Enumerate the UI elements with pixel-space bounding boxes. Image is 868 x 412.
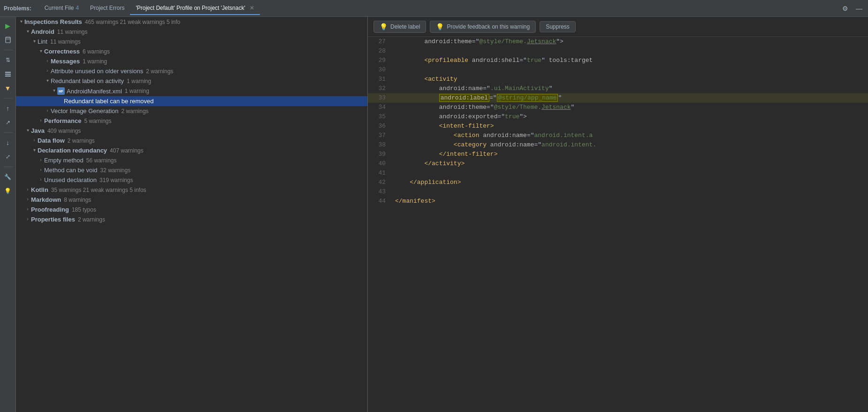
list-item[interactable]: Markdown 8 warnings xyxy=(16,195,367,205)
up-button[interactable]: ↑ xyxy=(2,102,14,114)
action-bar: 💡 Delete label 💡 Provide feedback on thi… xyxy=(368,17,868,37)
expand-arrow[interactable] xyxy=(51,88,57,94)
line-number: 34 xyxy=(368,103,391,112)
line-content xyxy=(391,168,868,178)
line-content: </manifest> xyxy=(391,197,868,206)
item-count: 56 warnings xyxy=(86,157,117,164)
line-content xyxy=(391,187,868,197)
list-item[interactable]: Declaration redundancy 407 warnings xyxy=(16,145,367,155)
expand-arrow[interactable] xyxy=(24,187,31,193)
expand-arrow[interactable] xyxy=(44,108,51,114)
expand-arrow[interactable] xyxy=(24,206,31,213)
expand-arrow[interactable] xyxy=(24,29,31,35)
list-item[interactable]: Properties files 2 warnings xyxy=(16,214,367,224)
tab-project-default-label: 'Project Default' Profile on Project 'Je… xyxy=(136,5,245,11)
suppress-button[interactable]: Suppress xyxy=(540,21,576,32)
list-item[interactable]: Empty method 56 warnings xyxy=(16,155,367,165)
item-count: 8 warnings xyxy=(64,197,91,203)
code-line-36: 36 <intent-filter> xyxy=(368,122,868,131)
expand-arrow[interactable] xyxy=(44,58,51,65)
line-number: 43 xyxy=(368,187,391,197)
item-label: Redundant label on activity xyxy=(51,77,124,84)
expand-arrow[interactable] xyxy=(24,128,31,134)
code-line-43: 43 xyxy=(368,187,868,197)
delete-label-button[interactable]: 💡 Delete label xyxy=(373,21,426,33)
expand-button[interactable]: ⤢ xyxy=(2,151,14,163)
list-item[interactable]: Messages 1 warning xyxy=(16,56,367,66)
down-button[interactable]: ↓ xyxy=(2,137,14,149)
export-button[interactable]: ↗ xyxy=(2,116,14,129)
list-item[interactable]: Redundant label on activity 1 warning xyxy=(16,76,367,86)
item-count: 2 warnings xyxy=(68,137,95,144)
expand-arrow[interactable] xyxy=(38,118,44,124)
list-item[interactable]: Performance 5 warnings xyxy=(16,116,367,126)
item-label: Java xyxy=(31,127,45,134)
list-item[interactable]: Data flow 2 warnings xyxy=(16,136,367,145)
item-count: 465 warnings 21 weak warnings 5 info xyxy=(85,19,180,25)
expand-arrow[interactable] xyxy=(31,137,38,144)
line-number: 32 xyxy=(368,84,391,93)
item-count: 6 warnings xyxy=(83,48,110,55)
problems-label: Problems: xyxy=(4,5,31,12)
code-line-34: 34 android:theme="@style/Theme.Jetsnack" xyxy=(368,103,868,112)
bulb-button[interactable]: 💡 xyxy=(2,185,14,197)
list-item[interactable]: Inspections Results 465 warnings 21 weak… xyxy=(16,17,367,27)
list-item[interactable]: Correctness 6 warnings xyxy=(16,46,367,56)
expand-arrow[interactable] xyxy=(38,48,44,55)
file-icon: MF xyxy=(57,87,65,95)
item-label: Kotlin xyxy=(31,186,48,193)
expand-arrow[interactable] xyxy=(38,177,44,183)
list-item[interactable]: Unused declaration 319 warnings xyxy=(16,175,367,185)
list-item[interactable]: Vector Image Generation 2 warnings xyxy=(16,106,367,116)
line-number: 29 xyxy=(368,56,391,65)
minimize-icon[interactable]: — xyxy=(854,4,864,13)
code-view[interactable]: 27 android:theme="@style/Theme.Jetsnack"… xyxy=(368,37,868,412)
expand-arrow[interactable] xyxy=(31,147,38,154)
list-item[interactable]: MF AndroidManifest.xml 1 warning xyxy=(16,86,367,96)
item-label: Redundant label can be removed xyxy=(64,98,154,105)
bulb-icon: 💡 xyxy=(380,23,388,31)
expand-arrow[interactable] xyxy=(38,167,44,174)
tab-current-file-label: Current File xyxy=(45,5,74,11)
tab-current-file[interactable]: Current File4 xyxy=(39,2,84,15)
code-line-29: 29 <profileable android:shell="true" too… xyxy=(368,56,868,65)
list-item[interactable]: Kotlin 35 warnings 21 weak warnings 5 in… xyxy=(16,185,367,195)
svg-rect-3 xyxy=(5,74,11,75)
settings-icon[interactable]: ⚙ xyxy=(840,4,850,13)
list-item[interactable]: Lint 11 warnings xyxy=(16,37,367,46)
bookmark-button[interactable] xyxy=(2,34,14,46)
list-item[interactable]: Java 409 warnings xyxy=(16,126,367,136)
expand-arrow[interactable] xyxy=(38,157,44,164)
feedback-button[interactable]: 💡 Provide feedback on this warning xyxy=(430,21,536,33)
tab-close-icon[interactable]: ✕ xyxy=(250,5,254,11)
code-line-42: 42 </application> xyxy=(368,178,868,187)
line-content: <action android:name="android.intent.a xyxy=(391,131,868,140)
item-label: Proofreading xyxy=(31,206,69,213)
sort-alpha-button[interactable]: ⇅ xyxy=(2,54,14,66)
group-button[interactable] xyxy=(2,68,14,80)
tab-project-errors[interactable]: Project Errors xyxy=(84,2,130,15)
expand-arrow[interactable] xyxy=(18,19,24,25)
list-item[interactable]: Method can be void 32 warnings xyxy=(16,165,367,175)
wrench-button[interactable]: 🔧 xyxy=(2,171,14,183)
tab-project-default[interactable]: 'Project Default' Profile on Project 'Je… xyxy=(130,2,260,15)
code-line-32: 32 android:name=".ui.MainActivity" xyxy=(368,84,868,93)
list-item[interactable]: Redundant label can be removed xyxy=(16,96,367,106)
expand-arrow[interactable] xyxy=(31,38,38,45)
line-number: 36 xyxy=(368,122,391,131)
filter-button[interactable]: ▼ xyxy=(2,82,14,94)
list-item[interactable]: Attribute unused on older versions 2 war… xyxy=(16,66,367,76)
code-line-31: 31 <activity xyxy=(368,75,868,84)
list-item[interactable]: Android 11 warnings xyxy=(16,27,367,37)
svg-rect-2 xyxy=(5,72,11,73)
item-count: 1 warning xyxy=(127,78,151,84)
expand-arrow[interactable] xyxy=(24,197,31,203)
run-button[interactable]: ▶ xyxy=(2,20,14,32)
expand-arrow[interactable] xyxy=(44,78,51,84)
item-label: Declaration redundancy xyxy=(38,147,107,154)
expand-arrow[interactable] xyxy=(44,68,51,75)
item-count: 32 warnings xyxy=(100,167,130,174)
item-label: Properties files xyxy=(31,216,75,223)
expand-arrow[interactable] xyxy=(24,216,31,223)
list-item[interactable]: Proofreading 185 typos xyxy=(16,205,367,214)
